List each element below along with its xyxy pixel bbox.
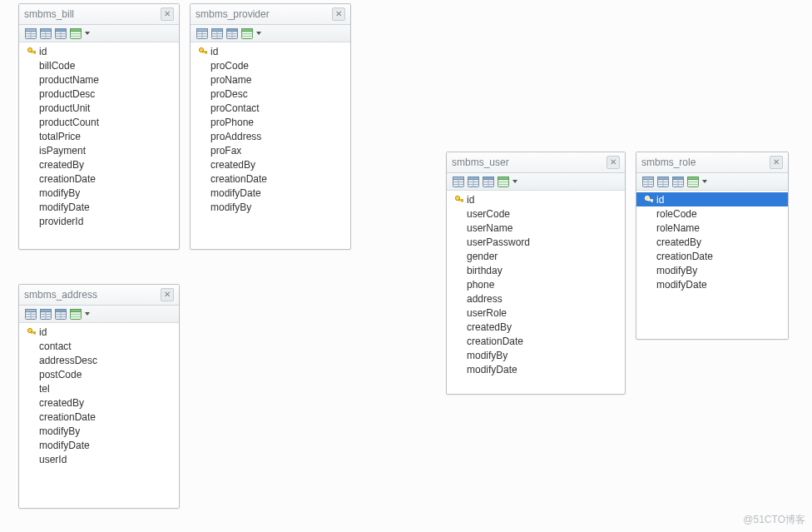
toolbar-table-icon[interactable] xyxy=(24,308,37,320)
field-row[interactable]: creationDate xyxy=(191,172,350,186)
field-row[interactable]: modifyDate xyxy=(19,200,179,214)
titlebar[interactable]: smbms_provider ✕ xyxy=(191,4,350,25)
field-row[interactable]: tel xyxy=(19,381,179,395)
field-row[interactable]: userId xyxy=(19,452,179,466)
titlebar[interactable]: smbms_bill ✕ xyxy=(19,4,179,25)
field-row[interactable]: proPhone xyxy=(191,115,350,129)
chevron-down-icon[interactable] xyxy=(85,312,90,316)
field-row[interactable]: createdBy xyxy=(191,157,350,172)
field-list[interactable]: id proCode proName proDesc proContact pr… xyxy=(191,42,350,219)
table-panel-bill[interactable]: smbms_bill ✕ id billCode prod xyxy=(18,3,180,250)
field-row[interactable]: modifyDate xyxy=(19,438,179,452)
toolbar-table-icon-3[interactable] xyxy=(482,176,495,187)
close-icon[interactable]: ✕ xyxy=(161,288,174,301)
table-toolbar[interactable] xyxy=(447,173,625,191)
toolbar-view-icon[interactable] xyxy=(686,176,700,187)
field-list[interactable]: id contact addressDesc postCode tel crea… xyxy=(19,323,179,471)
field-row[interactable]: userPassword xyxy=(447,235,625,249)
table-panel-user[interactable]: smbms_user ✕ id userCode user xyxy=(446,152,626,395)
field-row[interactable]: creationDate xyxy=(447,334,625,348)
field-row[interactable]: creationDate xyxy=(636,249,788,263)
field-row[interactable]: createdBy xyxy=(447,320,625,334)
toolbar-table-icon-2[interactable] xyxy=(210,27,224,39)
field-row[interactable]: modifyBy xyxy=(19,186,179,200)
field-list[interactable]: id roleCode roleName createdBy creationD… xyxy=(636,191,788,296)
field-row[interactable]: proName xyxy=(191,72,350,87)
field-row[interactable]: productName xyxy=(19,72,179,87)
toolbar-table-icon-3[interactable] xyxy=(54,27,67,39)
field-row[interactable]: isPayment xyxy=(19,143,179,157)
field-row[interactable]: modifyDate xyxy=(636,277,788,291)
field-row[interactable]: proFax xyxy=(191,143,350,157)
field-row[interactable]: id xyxy=(447,192,625,206)
table-panel-address[interactable]: smbms_address ✕ id contact ad xyxy=(18,284,180,509)
close-icon[interactable]: ✕ xyxy=(332,7,345,21)
toolbar-view-icon[interactable] xyxy=(69,308,82,320)
field-row[interactable]: proCode xyxy=(191,58,350,72)
table-panel-provider[interactable]: smbms_provider ✕ id proCode p xyxy=(190,3,351,250)
toolbar-view-icon[interactable] xyxy=(497,176,510,187)
field-row[interactable]: billCode xyxy=(19,58,179,72)
field-row[interactable]: modifyBy xyxy=(19,424,179,438)
field-row[interactable]: creationDate xyxy=(19,172,179,186)
field-row[interactable]: userRole xyxy=(447,306,625,320)
field-row[interactable]: createdBy xyxy=(19,157,179,172)
chevron-down-icon[interactable] xyxy=(256,32,261,35)
toolbar-table-icon[interactable] xyxy=(196,27,209,39)
titlebar[interactable]: smbms_role ✕ xyxy=(636,152,788,173)
toolbar-table-icon-2[interactable] xyxy=(656,176,670,187)
toolbar-table-icon-2[interactable] xyxy=(39,27,52,39)
field-row[interactable]: addressDesc xyxy=(19,353,179,367)
field-row[interactable]: providerId xyxy=(19,214,179,228)
toolbar-table-icon[interactable] xyxy=(641,176,655,187)
close-icon[interactable]: ✕ xyxy=(770,156,783,169)
field-row[interactable]: productUnit xyxy=(19,101,179,115)
toolbar-table-icon[interactable] xyxy=(24,27,37,39)
field-row[interactable]: id xyxy=(191,44,350,58)
toolbar-table-icon-2[interactable] xyxy=(467,176,480,187)
toolbar-table-icon-3[interactable] xyxy=(54,308,67,320)
field-row[interactable]: gender xyxy=(447,249,625,263)
field-row[interactable]: address xyxy=(447,291,625,306)
field-row[interactable]: productCount xyxy=(19,115,179,129)
field-row[interactable]: productDesc xyxy=(19,87,179,101)
field-list[interactable]: id userCode userName userPassword gender… xyxy=(447,191,625,381)
close-icon[interactable]: ✕ xyxy=(607,156,620,169)
field-row[interactable]: modifyDate xyxy=(447,362,625,376)
toolbar-view-icon[interactable] xyxy=(69,27,82,39)
close-icon[interactable]: ✕ xyxy=(161,7,174,21)
field-row[interactable]: proDesc xyxy=(191,87,350,101)
field-row[interactable]: id xyxy=(19,325,179,339)
chevron-down-icon[interactable] xyxy=(85,32,90,35)
field-row[interactable]: phone xyxy=(447,277,625,291)
field-row[interactable]: totalPrice xyxy=(19,129,179,143)
toolbar-table-icon-2[interactable] xyxy=(39,308,52,320)
field-row[interactable]: birthday xyxy=(447,263,625,277)
field-row[interactable]: userName xyxy=(447,221,625,235)
field-row[interactable]: modifyBy xyxy=(447,348,625,362)
field-row[interactable]: userCode xyxy=(447,206,625,221)
field-row[interactable]: creationDate xyxy=(19,410,179,424)
field-row[interactable]: proAddress xyxy=(191,129,350,143)
table-toolbar[interactable] xyxy=(19,306,179,323)
toolbar-view-icon[interactable] xyxy=(240,27,254,39)
titlebar[interactable]: smbms_address ✕ xyxy=(19,285,179,306)
toolbar-table-icon-3[interactable] xyxy=(671,176,685,187)
field-list[interactable]: id billCode productName productDesc prod… xyxy=(19,42,179,233)
table-toolbar[interactable] xyxy=(19,25,179,42)
table-panel-role[interactable]: smbms_role ✕ id roleCode role xyxy=(636,152,789,340)
chevron-down-icon[interactable] xyxy=(702,180,707,183)
field-row[interactable]: createdBy xyxy=(636,235,788,249)
field-row[interactable]: modifyDate xyxy=(191,186,350,200)
field-row[interactable]: id xyxy=(19,44,179,58)
field-row[interactable]: roleName xyxy=(636,221,788,235)
field-row[interactable]: createdBy xyxy=(19,395,179,410)
table-toolbar[interactable] xyxy=(636,173,788,191)
field-row[interactable]: proContact xyxy=(191,101,350,115)
field-row[interactable]: roleCode xyxy=(636,206,788,221)
field-row[interactable]: id xyxy=(636,192,788,206)
field-row[interactable]: postCode xyxy=(19,367,179,381)
toolbar-table-icon-3[interactable] xyxy=(225,27,239,39)
field-row[interactable]: contact xyxy=(19,339,179,353)
titlebar[interactable]: smbms_user ✕ xyxy=(447,152,625,173)
